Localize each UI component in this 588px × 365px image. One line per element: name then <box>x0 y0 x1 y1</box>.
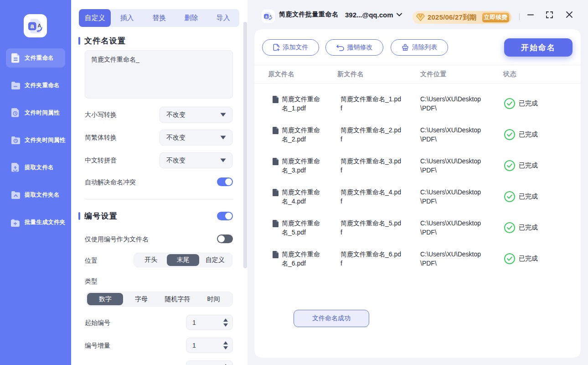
extract-filename-icon <box>11 162 20 173</box>
start-number-spinner[interactable]: 1 <box>186 315 233 330</box>
status-cell: 已完成 <box>504 129 581 140</box>
file-icon <box>273 158 279 165</box>
new-name-text: 简鹿文件重命名_2.pdf <box>340 125 402 144</box>
sidebar-item-extract-foldername[interactable]: 提取文件夹名 <box>6 185 65 204</box>
increment-value: 1 <box>192 342 223 349</box>
status-text: 已完成 <box>519 99 538 108</box>
numbering-section-header: 编号设置 <box>78 211 118 221</box>
tab-replace[interactable]: 替换 <box>143 9 175 27</box>
position-option-end[interactable]: 末尾 <box>167 254 199 266</box>
caret-down-icon <box>220 158 226 162</box>
spinner-down-icon[interactable] <box>223 346 228 349</box>
col-status: 状态 <box>503 70 581 78</box>
file-rename-icon <box>11 52 20 63</box>
position-option-start[interactable]: 开头 <box>135 254 167 266</box>
new-name-text: 简鹿文件重命名_4.pdf <box>340 188 402 206</box>
tab-delete[interactable]: 删除 <box>175 9 207 27</box>
auto-resolve-toggle[interactable] <box>217 177 233 186</box>
app-logo-icon: a A <box>26 17 45 35</box>
undo-icon <box>336 44 344 51</box>
numbering-toggle[interactable] <box>217 212 233 220</box>
table-header: 原文件名 新文件名 文件位置 状态 <box>254 65 581 83</box>
tab-custom[interactable]: 自定义 <box>79 9 111 27</box>
chevron-down-icon <box>397 13 402 16</box>
check-circle-icon <box>504 253 515 264</box>
type-option-letter[interactable]: 字母 <box>123 293 159 305</box>
status-text: 已完成 <box>519 193 538 201</box>
table-row[interactable]: 简鹿文件重命名_3.pdf 简鹿文件重命名_3.pdf C:\Users\XU\… <box>254 150 581 181</box>
col-old-name: 原文件名 <box>268 70 337 78</box>
spinner-up-icon[interactable] <box>223 318 228 322</box>
increment-spinner[interactable]: 1 <box>186 338 233 353</box>
simplified-traditional-select[interactable]: 不改变 <box>160 130 232 146</box>
status-text: 已完成 <box>519 130 538 139</box>
digits-spinner-partial[interactable] <box>186 360 233 365</box>
spinner-arrows[interactable] <box>223 341 228 349</box>
add-files-button[interactable]: 添加文件 <box>262 39 319 56</box>
undo-button[interactable]: 撤销修改 <box>325 39 383 56</box>
sidebar-item-folder-rename[interactable]: 文件夹重命名 <box>6 76 65 95</box>
path-text: C:\Users\XU\Desktop\PDF\ <box>420 250 482 268</box>
old-name-cell: 简鹿文件重命名_5.pdf <box>273 219 340 237</box>
old-name-cell: 简鹿文件重命名_1.pdf <box>273 94 340 113</box>
file-icon <box>273 96 279 103</box>
sidebar-item-file-rename[interactable]: 文件重命名 <box>6 48 65 68</box>
spinner-up-icon[interactable] <box>223 341 228 344</box>
app-logo-icon: a A <box>263 11 273 21</box>
sidebar-item-file-time[interactable]: 文件时间属性 <box>6 103 65 122</box>
close-button[interactable] <box>562 0 576 29</box>
clear-list-button[interactable]: 清除列表 <box>391 39 448 56</box>
sidebar-item-label: 文件重命名 <box>25 54 54 62</box>
old-name-cell: 简鹿文件重命名_2.pdf <box>273 125 340 144</box>
sidebar-item-extract-filename[interactable]: 提取文件名 <box>6 158 65 177</box>
type-option-time[interactable]: 时间 <box>196 293 232 305</box>
status-cell: 已完成 <box>504 98 581 109</box>
tab-insert[interactable]: 插入 <box>111 9 143 27</box>
start-rename-button[interactable]: 开始命名 <box>504 38 573 57</box>
fullscreen-button[interactable] <box>542 0 556 29</box>
type-option-number[interactable]: 数字 <box>87 293 123 305</box>
spinner-down-icon[interactable] <box>223 323 228 327</box>
table-row[interactable]: 简鹿文件重命名_2.pdf 简鹿文件重命名_2.pdf C:\Users\XU\… <box>254 119 581 150</box>
gem-icon <box>416 13 425 21</box>
check-circle-icon <box>504 98 515 109</box>
settings-panel: 自定义 插入 替换 删除 导入 文件名设置 大小写转换 不改变 简繁体转换 不改… <box>71 0 248 365</box>
spinner-arrows[interactable] <box>223 318 228 327</box>
status-cell: 已完成 <box>504 222 581 233</box>
tab-import[interactable]: 导入 <box>207 9 239 27</box>
only-number-toggle[interactable] <box>217 235 233 243</box>
filename-input[interactable] <box>85 50 233 99</box>
titlebar-app-icon: a A <box>262 10 275 23</box>
table-row[interactable]: 简鹿文件重命名_1.pdf 简鹿文件重命名_1.pdf C:\Users\XU\… <box>254 88 581 119</box>
extract-foldername-icon <box>11 189 20 200</box>
old-name-text: 简鹿文件重命名_6.pdf <box>282 250 325 268</box>
sidebar-item-batch-create-folder[interactable]: 批量生成文件夹 <box>6 213 65 232</box>
path-text: C:\Users\XU\Desktop\PDF\ <box>420 94 482 113</box>
file-icon <box>273 127 279 134</box>
table-row[interactable]: 简鹿文件重命名_6.pdf 简鹿文件重命名_6.pdf C:\Users\XU\… <box>254 243 581 274</box>
position-option-custom[interactable]: 自定义 <box>199 254 231 266</box>
pinyin-select[interactable]: 不改变 <box>160 152 232 168</box>
success-toast: 文件命名成功 <box>294 310 369 327</box>
simplified-traditional-label: 简繁体转换 <box>85 134 117 142</box>
case-convert-select[interactable]: 不改变 <box>160 107 232 123</box>
position-segmented-control: 开头 末尾 自定义 <box>134 253 232 267</box>
panel-scrollbar[interactable] <box>243 22 247 268</box>
sidebar-item-folder-time[interactable]: 文件夹时间属性 <box>6 130 65 150</box>
path-text: C:\Users\XU\Desktop\PDF\ <box>420 125 482 144</box>
type-option-random[interactable]: 随机字符 <box>160 293 196 305</box>
clear-brush-icon <box>402 44 409 51</box>
auto-resolve-label: 自动解决命名冲突 <box>85 178 136 187</box>
renew-button[interactable]: 立即续费 <box>482 13 509 22</box>
numbering-section-title: 编号设置 <box>84 211 118 221</box>
table-row[interactable]: 简鹿文件重命名_5.pdf 简鹿文件重命名_5.pdf C:\Users\XU\… <box>254 212 581 243</box>
section-accent-bar <box>78 37 80 45</box>
account-menu[interactable]: 392...@qq.com <box>345 0 402 29</box>
sidebar-item-label: 批量生成文件夹 <box>25 219 66 226</box>
check-circle-icon <box>504 191 515 202</box>
minimize-button[interactable] <box>524 0 537 29</box>
pinyin-value: 不改变 <box>166 156 220 165</box>
table-row[interactable]: 简鹿文件重命名_4.pdf 简鹿文件重命名_4.pdf C:\Users\XU\… <box>254 181 581 212</box>
section-accent-bar <box>78 212 80 220</box>
new-name-text: 简鹿文件重命名_6.pdf <box>340 250 402 268</box>
